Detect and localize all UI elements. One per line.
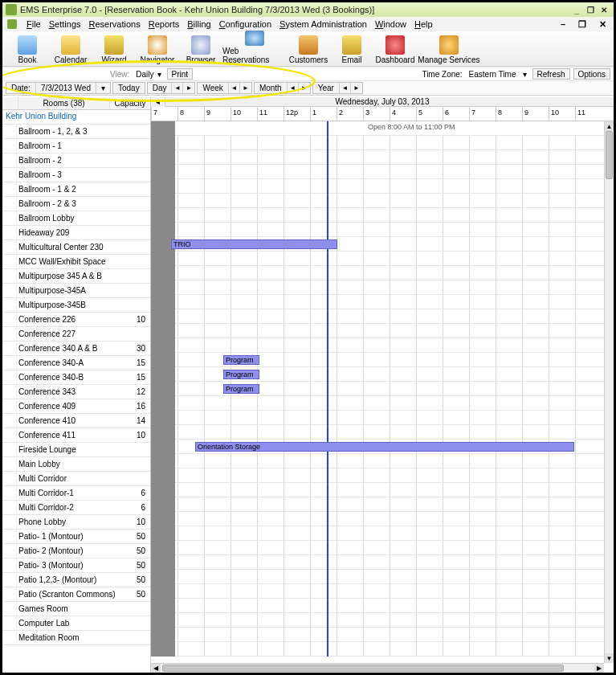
toolbar-browser[interactable]: Browser: [179, 31, 222, 64]
room-row[interactable]: Hideaway 209: [2, 226, 150, 240]
room-row[interactable]: Fireside Lounge: [2, 443, 150, 457]
room-row[interactable]: Ballroom - 1 & 2: [2, 182, 150, 197]
mdi-minimize[interactable]: –: [558, 19, 568, 29]
schedule-grid[interactable]: Open 8:00 AM to 11:00 PMTRIOProgramProgr…: [151, 121, 604, 657]
grid-row[interactable]: [151, 642, 604, 657]
scroll-down-button[interactable]: ▼: [605, 653, 614, 663]
grid-row[interactable]: [151, 179, 604, 194]
room-row[interactable]: Multicultural Center 230: [2, 240, 150, 255]
grid-row[interactable]: [151, 555, 604, 570]
booking-block[interactable]: Program: [223, 370, 259, 379]
grid-row[interactable]: [151, 266, 604, 280]
timezone-value[interactable]: Eastern Time: [469, 70, 516, 79]
grid-row[interactable]: [151, 584, 604, 599]
menu-configuration[interactable]: Configuration: [219, 19, 271, 29]
month-prev[interactable]: ◄: [288, 83, 299, 93]
week-next[interactable]: ►: [240, 83, 251, 93]
grid-row[interactable]: [151, 454, 604, 468]
room-row[interactable]: Main Lobby: [2, 457, 150, 472]
room-row[interactable]: Ballroom - 1: [2, 139, 150, 153]
grid-row[interactable]: [151, 338, 604, 353]
week-prev[interactable]: ◄: [229, 83, 240, 93]
mdi-close[interactable]: ✕: [597, 19, 609, 30]
grid-row[interactable]: [151, 541, 604, 555]
room-row[interactable]: Games Room: [2, 602, 150, 616]
grid-row[interactable]: [151, 526, 604, 541]
grid-row[interactable]: [151, 295, 604, 309]
grid-row[interactable]: [151, 165, 604, 179]
scroll-up-button[interactable]: ▲: [605, 121, 614, 131]
room-row[interactable]: MCC Wall/Exhibit Space: [2, 255, 150, 269]
room-row[interactable]: Conference 41014: [2, 414, 150, 428]
maximize-button[interactable]: ❐: [584, 4, 597, 15]
scroll-right-button[interactable]: ▶: [594, 664, 604, 673]
menu-system-administration[interactable]: System Administration: [279, 19, 367, 29]
grid-row[interactable]: [151, 280, 604, 295]
room-row[interactable]: Ballroom - 3: [2, 168, 150, 182]
room-row[interactable]: Patio- 2 (Montour)50: [2, 544, 150, 558]
date-dropdown-icon[interactable]: ▾: [96, 83, 110, 93]
room-row[interactable]: Conference 22610: [2, 313, 150, 327]
toolbar-book[interactable]: Book: [6, 31, 49, 64]
booking-block[interactable]: Program: [223, 355, 259, 365]
toolbar-email[interactable]: Email: [330, 31, 373, 64]
grid-row[interactable]: [151, 468, 604, 483]
toolbar-calendar[interactable]: Calendar: [49, 31, 92, 64]
room-row[interactable]: Ballroom - 2 & 3: [2, 197, 150, 211]
grid-row[interactable]: [151, 309, 604, 324]
view-dropdown-icon[interactable]: ▾: [156, 70, 164, 79]
grid-row[interactable]: [151, 382, 604, 396]
vertical-scrollbar[interactable]: ▲ ▼: [604, 121, 614, 663]
year-prev[interactable]: ◄: [340, 83, 351, 93]
room-row[interactable]: Ballroom Lobby: [2, 211, 150, 226]
room-row[interactable]: Ballroom - 2: [2, 153, 150, 168]
view-value[interactable]: Daily: [136, 70, 153, 79]
menu-help[interactable]: Help: [414, 19, 433, 29]
room-row[interactable]: Patio- 3 (Montour)50: [2, 558, 150, 573]
capacity-column-header[interactable]: Capacity: [110, 97, 150, 109]
menu-billing[interactable]: Billing: [187, 19, 210, 29]
rooms-column-header[interactable]: Rooms (38): [18, 97, 110, 109]
grid-row[interactable]: [151, 411, 604, 425]
grid-row[interactable]: [151, 483, 604, 497]
toolbar-navigator[interactable]: Navigator: [136, 31, 179, 64]
grid-row[interactable]: [151, 497, 604, 512]
grid-row[interactable]: [151, 223, 604, 237]
room-row[interactable]: Multipurpose-345B: [2, 298, 150, 313]
room-row[interactable]: Computer Lab: [2, 616, 150, 631]
booking-block[interactable]: Program: [223, 384, 259, 394]
menu-reports[interactable]: Reports: [149, 19, 180, 29]
room-row[interactable]: Patio- 1 (Montour)50: [2, 530, 150, 544]
mdi-restore[interactable]: ❐: [576, 19, 589, 30]
grid-row[interactable]: [151, 613, 604, 628]
room-row[interactable]: Conference 227: [2, 327, 150, 342]
grid-row[interactable]: [151, 136, 604, 150]
grid-row[interactable]: [151, 208, 604, 223]
menu-file[interactable]: File: [27, 19, 41, 29]
toolbar-wizard[interactable]: Wizard: [92, 31, 136, 64]
room-row[interactable]: Phone Lobby10: [2, 515, 150, 530]
room-row[interactable]: Conference 34312: [2, 385, 150, 399]
system-menu-icon[interactable]: [7, 19, 17, 29]
grid-row[interactable]: [151, 324, 604, 338]
room-row[interactable]: Multipurpose-345A: [2, 284, 150, 298]
menu-window[interactable]: Window: [375, 19, 406, 29]
room-row[interactable]: Multipurpose 345 A & B: [2, 269, 150, 284]
grid-row[interactable]: [151, 367, 604, 382]
menu-reservations[interactable]: Reservations: [89, 19, 141, 29]
refresh-button[interactable]: Refresh: [532, 68, 570, 80]
toolbar-dashboard[interactable]: Dashboard: [373, 31, 417, 64]
year-next[interactable]: ►: [351, 83, 362, 93]
room-row[interactable]: Conference 40916: [2, 399, 150, 414]
horizontal-scrollbar[interactable]: ◀ ▶: [151, 663, 604, 673]
grid-row[interactable]: [151, 628, 604, 642]
room-row[interactable]: Conference 41110: [2, 428, 150, 443]
room-row[interactable]: Conference 340-A15: [2, 356, 150, 370]
room-row[interactable]: Meditation Room: [2, 631, 150, 645]
room-row[interactable]: Multi Corridor: [2, 472, 150, 486]
options-button[interactable]: Options: [573, 68, 610, 80]
today-button[interactable]: Today: [113, 83, 145, 93]
print-button[interactable]: Print: [167, 68, 194, 80]
toolbar-manage-services[interactable]: Manage Services: [417, 31, 481, 64]
grid-row[interactable]: [151, 425, 604, 440]
